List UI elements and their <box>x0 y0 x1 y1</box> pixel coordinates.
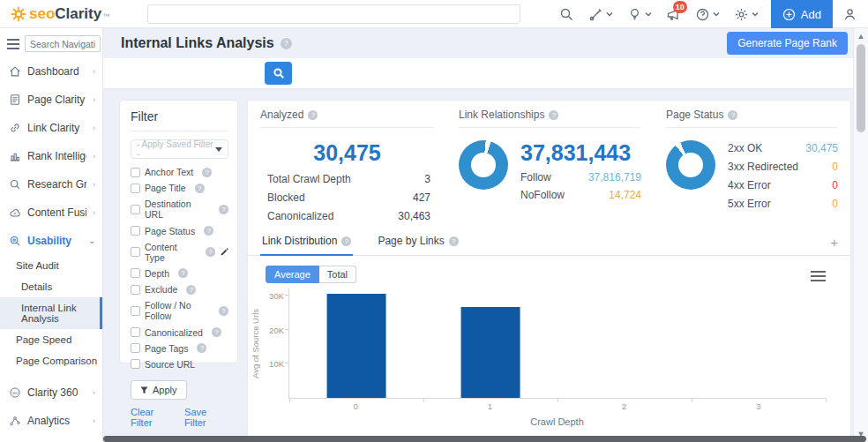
add-tab-icon[interactable]: + <box>830 235 838 255</box>
help-icon[interactable]: ? <box>728 110 737 120</box>
sidebar-item-content-fusion[interactable]: Content Fusion› <box>0 199 102 227</box>
stat-row: Canonicalized30,463 <box>267 210 430 222</box>
link-relationships-total: 37,831,443 <box>520 140 641 166</box>
search-icon[interactable] <box>553 0 580 28</box>
follow-nofollow-checkbox[interactable] <box>131 306 140 316</box>
global-search-input[interactable] <box>147 4 520 24</box>
bar-crawl-depth-0[interactable] <box>327 294 386 398</box>
sidebar-item-clarity-360[interactable]: 360 Clarity 360› <box>0 378 102 407</box>
sidebar-item-internal-link-analysis[interactable]: Internal Link Analysis <box>0 297 102 329</box>
sidebar-nav: Dashboard› Page Clarity› Link Clarity› R… <box>0 28 103 442</box>
help-icon[interactable] <box>689 0 726 28</box>
help-icon[interactable]: ? <box>219 306 228 316</box>
filter-row-depth: Depth? <box>131 268 228 279</box>
saved-filter-dropdown[interactable]: - Apply Saved Filter - <box>131 139 228 159</box>
filter-row-exclude: Exclude? <box>131 284 228 295</box>
help-icon[interactable]: ? <box>549 110 558 120</box>
sidebar-item-usability[interactable]: Usability⌄ <box>0 227 102 255</box>
x-axis-title: Crawl Depth <box>288 416 826 427</box>
depth-checkbox[interactable] <box>131 268 140 278</box>
tools-menu-icon[interactable] <box>582 0 619 28</box>
sidebar-item-research-grid[interactable]: Research Grid› <box>0 170 102 199</box>
help-icon[interactable]: ? <box>178 268 188 278</box>
chevron-right-icon: › <box>93 180 97 189</box>
horizontal-scrollbar[interactable] <box>103 436 868 442</box>
help-icon[interactable]: ? <box>197 343 206 353</box>
sidebar-item-analytics[interactable]: Analytics› <box>0 407 102 435</box>
page-status-donut-chart[interactable] <box>666 140 715 190</box>
help-icon[interactable]: ? <box>195 184 205 193</box>
tab-link-distribution[interactable]: Link Distribution? <box>260 235 353 255</box>
page-status-checkbox[interactable] <box>131 226 140 236</box>
anchor-text-checkbox[interactable] <box>131 168 140 177</box>
sidebar-item-page-clarity[interactable]: Page Clarity› <box>0 86 102 114</box>
help-icon[interactable]: ? <box>186 285 196 295</box>
help-icon[interactable]: ? <box>204 226 213 236</box>
stat-row: 4xx Error0 <box>728 179 838 191</box>
toggle-average[interactable]: Average <box>266 266 319 283</box>
content-type-checkbox[interactable] <box>131 247 140 257</box>
stat-row: 2xx OK30,475 <box>728 142 838 154</box>
source-url-checkbox[interactable] <box>131 359 140 369</box>
link-relationships-donut-chart[interactable] <box>459 140 508 190</box>
help-icon[interactable]: ? <box>202 168 212 177</box>
page-title-checkbox[interactable] <box>131 184 140 193</box>
canonicalized-checkbox[interactable] <box>131 327 140 337</box>
user-account-icon[interactable] <box>834 0 868 28</box>
vertical-scrollbar[interactable]: ▲ ▼ <box>853 28 868 442</box>
stat-row: NoFollow14,724 <box>520 189 641 201</box>
sidebar-item-dashboard[interactable]: Dashboard› <box>0 57 102 86</box>
edit-pencil-icon[interactable] <box>220 248 228 257</box>
sidebar-item-page-comparison[interactable]: Page Comparison <box>0 350 102 371</box>
help-icon[interactable]: ? <box>219 205 228 214</box>
announcements-icon[interactable]: 10 <box>660 0 687 28</box>
y-tick-label: 10K <box>269 359 284 369</box>
settings-gear-icon[interactable] <box>728 0 765 28</box>
sidebar-item-link-clarity[interactable]: Link Clarity› <box>0 114 102 142</box>
sidebar-item-page-speed[interactable]: Page Speed <box>0 329 102 350</box>
analyzed-total: 30,475 <box>260 140 434 166</box>
toggle-total[interactable]: Total <box>319 266 356 283</box>
generate-page-rank-button[interactable]: Generate Page Rank <box>727 32 848 55</box>
analytics-icon <box>9 415 21 427</box>
tab-page-by-links[interactable]: Page by Links? <box>376 235 460 255</box>
sidebar-item-details[interactable]: Details <box>0 276 102 297</box>
help-icon[interactable]: ? <box>341 236 351 246</box>
logo-clarity-text: Clarity <box>55 5 101 23</box>
funnel-icon <box>140 386 148 394</box>
page-tags-checkbox[interactable] <box>131 343 140 353</box>
exclude-checkbox[interactable] <box>131 285 140 295</box>
hamburger-menu-icon[interactable] <box>7 36 19 52</box>
run-search-button[interactable] <box>265 62 292 85</box>
clear-filter-link[interactable]: Clear Filter <box>131 407 176 428</box>
notification-badge: 10 <box>673 1 687 13</box>
sidebar-search-input[interactable] <box>25 35 101 52</box>
help-icon[interactable]: ? <box>308 110 318 120</box>
help-icon[interactable]: ? <box>449 236 459 246</box>
ideas-bulb-icon[interactable] <box>621 0 658 28</box>
help-icon[interactable]: ? <box>212 327 221 337</box>
stat-row: Total Crawl Depth3 <box>267 173 430 185</box>
add-button[interactable]: Add <box>771 0 833 28</box>
chevron-down-icon <box>752 11 759 18</box>
apply-filter-button[interactable]: Apply <box>131 380 187 400</box>
help-icon[interactable]: ? <box>206 247 215 257</box>
vertical-scrollbar-thumb[interactable] <box>857 44 865 132</box>
svg-text:360: 360 <box>12 391 19 395</box>
horizontal-scrollbar-thumb[interactable] <box>103 436 866 442</box>
destination-url-checkbox[interactable] <box>131 205 140 214</box>
sidebar-item-site-audit[interactable]: Site Audit <box>0 255 102 276</box>
plus-circle-icon <box>782 8 796 21</box>
seoclarity-logo[interactable]: seoClarity™ <box>0 5 118 23</box>
filter-row-destination-url: Destination URL? <box>131 199 228 220</box>
page-title-help-icon[interactable]: ? <box>281 38 292 49</box>
sidebar-item-rank-intelligence[interactable]: Rank Intelligence› <box>0 142 102 170</box>
save-filter-link[interactable]: Save Filter <box>184 407 228 428</box>
filter-row-follow-nofollow: Follow / No Follow? <box>131 300 228 321</box>
bar-crawl-depth-1[interactable] <box>461 307 520 398</box>
chevron-right-icon: › <box>93 208 97 217</box>
bar-plot: 10K20K30K <box>288 288 826 399</box>
add-button-label: Add <box>801 8 821 21</box>
analysis-panel: Analyzed? 30,475 Total Crawl Depth3 Bloc… <box>247 100 851 442</box>
scroll-up-arrow[interactable]: ▲ <box>854 30 868 42</box>
